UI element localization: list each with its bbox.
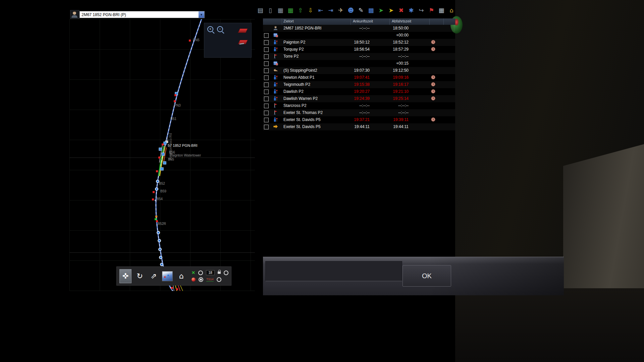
split-left-icon[interactable]: ⇤ bbox=[316, 6, 325, 14]
departure-time: 18:52:12 bbox=[382, 40, 409, 45]
timetable-view-icon[interactable]: ▦ bbox=[437, 6, 446, 14]
delete-service-icon[interactable]: ✖ bbox=[397, 6, 406, 14]
add-service-icon[interactable]: ➤ bbox=[377, 6, 385, 14]
arrival-time: 19:24:39 bbox=[343, 96, 370, 101]
timetable-row[interactable]: Dawlish P219:20:2719:21:10 bbox=[263, 88, 455, 95]
lateness-clock-icon bbox=[431, 96, 436, 101]
row-checkbox[interactable] bbox=[264, 54, 269, 59]
route-map[interactable]: ++ PN5PN3B5157 1852 PGN-BRIB56Paignton W… bbox=[69, 19, 255, 291]
timetable-row[interactable]: Exeter St. Thomas P2--:--:----:--:-- bbox=[263, 109, 455, 116]
hand-icon bbox=[273, 68, 278, 73]
departure-time: 18:57:29 bbox=[382, 47, 409, 52]
ok-button[interactable]: OK bbox=[402, 265, 451, 287]
row-checkbox[interactable] bbox=[264, 82, 269, 87]
timetable-row[interactable]: Torre P2--:--:----:--:-- bbox=[263, 53, 455, 60]
row-checkbox[interactable] bbox=[264, 111, 269, 115]
row-checkbox[interactable] bbox=[264, 40, 269, 45]
timetable-rows: 2M67 1852 PGN-BRI--:--:--18:50:00+00:00P… bbox=[263, 25, 455, 130]
dest-icon bbox=[273, 124, 278, 129]
snap-radio-1[interactable] bbox=[198, 270, 203, 275]
snap-radio-4[interactable] bbox=[217, 277, 221, 282]
small-grid-icon[interactable]: ▦ bbox=[276, 6, 285, 14]
axis-gizmo-icon[interactable]: ✕ bbox=[192, 270, 195, 275]
row-checkbox[interactable] bbox=[264, 33, 269, 38]
row-checkbox[interactable] bbox=[264, 97, 269, 101]
sphere-gizmo-icon[interactable] bbox=[192, 278, 196, 282]
delete-icon[interactable]: ▯ bbox=[266, 6, 275, 14]
destination-label: Torre P2 bbox=[283, 54, 299, 59]
row-checkbox[interactable] bbox=[264, 47, 269, 52]
overview-edit-icon[interactable] bbox=[238, 40, 248, 44]
home-view-button[interactable]: ⌂ bbox=[176, 269, 187, 283]
driver-icon[interactable]: ☻ bbox=[346, 6, 355, 14]
arrival-time: 18:56:54 bbox=[343, 47, 370, 52]
timetable-row[interactable]: Exeter St. Davids P519:44:1119:44:11 bbox=[263, 123, 455, 130]
driver-avatar-button[interactable] bbox=[70, 10, 79, 19]
save-icon[interactable]: ▤ bbox=[256, 6, 265, 14]
arrival-time: 19:37:21 bbox=[343, 117, 370, 122]
row-checkbox[interactable] bbox=[264, 125, 269, 129]
wing-icon[interactable]: ✈ bbox=[336, 6, 345, 14]
timetable-row[interactable]: 2M67 1852 PGN-BRI--:--:--18:50:00 bbox=[263, 25, 455, 32]
timetable-row[interactable]: +00:15 bbox=[263, 60, 455, 67]
row-checkbox[interactable] bbox=[264, 68, 269, 73]
large-grid-icon[interactable]: ▦ bbox=[286, 6, 295, 14]
departure-time: +00:00 bbox=[382, 33, 409, 38]
raise-icon[interactable]: ⇧ bbox=[296, 6, 305, 14]
timetable-row[interactable]: Newton Abbot P119:07:4119:09:16 bbox=[263, 74, 455, 81]
service-dropdown[interactable]: 2M67 1852 PGN-BRI (P) ▼ bbox=[79, 11, 205, 18]
row-checkbox[interactable] bbox=[264, 75, 269, 80]
row-checkbox[interactable] bbox=[264, 89, 269, 94]
wait-icon bbox=[273, 33, 278, 38]
add-return-service-icon[interactable]: ➤ bbox=[387, 6, 395, 14]
portal-icon[interactable]: ↪ bbox=[417, 6, 426, 14]
arrival-time: 18:50:12 bbox=[343, 40, 370, 45]
main-toolbar: ▤▯▦▦⇧⇩⇤⇥✈☻✎▩➤➤✖✱↪⚑▦⌂ bbox=[256, 5, 456, 15]
lower-icon[interactable]: ⇩ bbox=[306, 6, 315, 14]
split-right-icon[interactable]: ⇥ bbox=[326, 6, 335, 14]
zoom-out-icon[interactable]: − bbox=[217, 26, 223, 32]
dropdown-arrow-icon[interactable]: ▼ bbox=[199, 11, 204, 18]
timetable-row[interactable]: Teignmouth P219:15:3819:16:17 bbox=[263, 81, 455, 88]
departure-time: 19:09:16 bbox=[382, 75, 409, 80]
service-settings-icon[interactable]: ✱ bbox=[407, 6, 416, 14]
row-checkbox[interactable] bbox=[264, 118, 269, 122]
depot-icon[interactable]: ⌂ bbox=[447, 6, 456, 14]
timetable-row[interactable]: Dawlish Warren P219:24:3919:25:14 bbox=[263, 95, 455, 102]
arrival-time: 19:44:11 bbox=[343, 124, 370, 129]
height-value-box[interactable]: 18 bbox=[206, 270, 215, 275]
flag-icon bbox=[273, 103, 278, 108]
destination-label: Dawlish P2 bbox=[283, 89, 304, 94]
row-checkbox[interactable] bbox=[264, 104, 269, 108]
timetable-row[interactable]: +00:00 bbox=[263, 32, 455, 39]
destination-label: Exeter St. Davids P5 bbox=[283, 117, 321, 122]
departure-time: 19:16:17 bbox=[382, 82, 409, 87]
snap-radio-2[interactable] bbox=[224, 270, 228, 275]
lock-icon[interactable] bbox=[218, 272, 221, 274]
consist-icon[interactable]: ▩ bbox=[367, 6, 375, 14]
departure-time: 19:44:11 bbox=[382, 124, 409, 129]
timetable-row[interactable]: (S) StoppingPoint219:07:3019:12:50 bbox=[263, 67, 455, 74]
timetable-row[interactable]: Exeter St. Davids P519:37:2119:39:11 bbox=[263, 116, 455, 123]
timetable-row[interactable]: Paignton P218:50:1218:52:12 bbox=[263, 39, 455, 46]
lateness-clock-icon bbox=[431, 82, 436, 87]
departure-time: 19:12:50 bbox=[382, 68, 409, 73]
row-checkbox[interactable] bbox=[264, 61, 269, 66]
gradient-tool-button[interactable]: ⇗ bbox=[148, 269, 159, 283]
edit-service-icon[interactable]: ✎ bbox=[357, 6, 365, 14]
overview-marker-icon[interactable] bbox=[238, 28, 248, 33]
camera-view-button[interactable] bbox=[162, 269, 173, 283]
timetable-row[interactable]: Torquay P218:56:5418:57:29 bbox=[263, 46, 455, 53]
flag-icon[interactable]: ⚑ bbox=[427, 6, 436, 14]
snap-radio-3[interactable] bbox=[199, 277, 203, 282]
trackbed bbox=[455, 288, 644, 362]
snap-cluster: ✕ 18 TS14 bbox=[192, 270, 228, 282]
timetable-row[interactable]: Starcross P2--:--:----:--:-- bbox=[263, 102, 455, 109]
passenger-icon bbox=[273, 89, 278, 94]
destination-label: Starcross P2 bbox=[283, 103, 307, 108]
service-dropdown-value: 2M67 1852 PGN-BRI (P) bbox=[80, 12, 199, 17]
pan-tool-button[interactable]: ✜ bbox=[119, 269, 131, 283]
rotate-tool-button[interactable]: ↻ bbox=[134, 269, 145, 283]
zoom-in-icon[interactable]: + bbox=[207, 26, 213, 32]
departure-time: +00:15 bbox=[382, 61, 409, 66]
